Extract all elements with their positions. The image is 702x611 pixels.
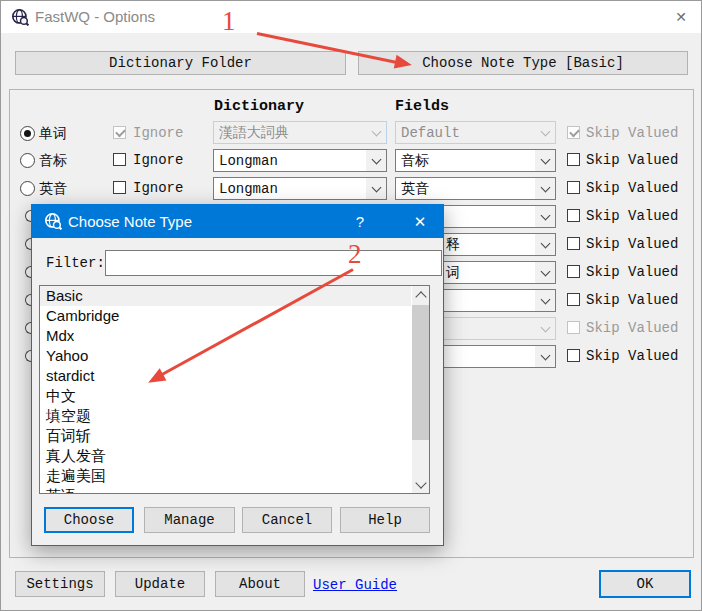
choose-note-type-dialog: Choose Note Type ? ✕ Filter: Basic Cambr…: [31, 204, 444, 546]
ignore-checkbox[interactable]: [113, 181, 126, 194]
combo-value: Longman: [219, 153, 278, 169]
chevron-down-icon: [535, 122, 555, 143]
titlebar: FastWQ - Options ✕: [1, 1, 701, 33]
list-item-clipped[interactable]: 英语: [40, 486, 411, 494]
chevron-down-icon: [535, 234, 555, 255]
skip-valued-checkbox[interactable]: [567, 237, 580, 250]
ignore-label: Ignore: [133, 152, 183, 168]
chevron-down-icon: [535, 206, 555, 227]
settings-button[interactable]: Settings: [15, 571, 105, 597]
skip-valued-label: Skip Valued: [586, 152, 678, 168]
dictionary-combo[interactable]: Longman: [213, 177, 387, 200]
dictionary-column-header: Dictionary: [214, 98, 304, 115]
cancel-button[interactable]: Cancel: [242, 507, 332, 533]
list-item-mdx[interactable]: Mdx: [40, 326, 411, 346]
window-close-button[interactable]: ✕: [661, 1, 701, 33]
list-item-cloze[interactable]: 填空题: [40, 406, 411, 426]
fields-combo[interactable]: Default: [395, 121, 556, 144]
radio-word[interactable]: [20, 126, 35, 141]
dictionary-combo[interactable]: Longman: [213, 149, 387, 172]
chevron-down-icon: [535, 346, 555, 367]
dialog-globe-icon: [44, 212, 62, 234]
skip-valued-label: Skip Valued: [586, 320, 678, 336]
combo-value: Default: [401, 125, 460, 141]
dictionary-folder-button[interactable]: Dictionary Folder: [15, 51, 346, 75]
skip-valued-checkbox[interactable]: [567, 321, 580, 334]
chevron-down-icon: [366, 122, 386, 143]
chevron-down-icon: [535, 318, 555, 339]
app-globe-icon: [11, 8, 29, 30]
fields-combo[interactable]: 音标: [395, 149, 556, 172]
radio-phonetic[interactable]: [20, 153, 35, 168]
skip-valued-checkbox[interactable]: [567, 293, 580, 306]
about-button[interactable]: About: [215, 571, 305, 597]
chevron-down-icon: [535, 290, 555, 311]
row-label: 英音: [39, 180, 67, 198]
help-button[interactable]: Help: [340, 507, 430, 533]
combo-value: Longman: [219, 181, 278, 197]
filter-label: Filter:: [46, 255, 105, 271]
window-title: FastWQ - Options: [35, 8, 155, 25]
skip-valued-label: Skip Valued: [586, 180, 678, 196]
list-item-family-album[interactable]: 走遍美国: [40, 466, 411, 486]
list-scrollbar[interactable]: [412, 286, 429, 493]
skip-valued-checkbox[interactable]: [567, 265, 580, 278]
list-item-stardict[interactable]: stardict: [40, 366, 411, 386]
skip-valued-label: Skip Valued: [586, 264, 678, 280]
combo-value: 音标: [401, 152, 429, 170]
dialog-titlebar: Choose Note Type ? ✕: [32, 205, 443, 238]
skip-valued-checkbox[interactable]: [567, 181, 580, 194]
dialog-close-button[interactable]: ✕: [397, 205, 443, 238]
skip-valued-checkbox[interactable]: [567, 126, 580, 139]
user-guide-link[interactable]: User Guide: [313, 577, 397, 593]
ignore-label: Ignore: [133, 180, 183, 196]
combo-value: 英音: [401, 180, 429, 198]
fields-column-header: Fields: [395, 98, 449, 115]
list-item-cambridge[interactable]: Cambridge: [40, 306, 411, 326]
list-item-basic[interactable]: Basic: [40, 286, 411, 306]
list-item-realvoice[interactable]: 真人发音: [40, 446, 411, 466]
row-label: 单词: [39, 125, 67, 143]
filter-input[interactable]: [105, 250, 442, 276]
skip-valued-checkbox[interactable]: [567, 209, 580, 222]
ok-button[interactable]: OK: [599, 570, 691, 598]
choose-note-type-button[interactable]: Choose Note Type [Basic]: [358, 51, 688, 75]
combo-value: 释: [446, 236, 460, 254]
dictionary-combo[interactable]: 漢語大詞典: [213, 121, 387, 144]
options-window: FastWQ - Options ✕ Dictionary Folder Cho…: [0, 0, 702, 611]
skip-valued-checkbox[interactable]: [567, 153, 580, 166]
chevron-down-icon: [535, 178, 555, 199]
note-type-listbox[interactable]: Basic Cambridge Mdx Yahoo stardict 中文 填空…: [39, 285, 430, 494]
ignore-checkbox[interactable]: [113, 126, 126, 139]
skip-valued-label: Skip Valued: [586, 125, 678, 141]
scroll-down-icon[interactable]: [412, 476, 429, 493]
skip-valued-checkbox[interactable]: [567, 349, 580, 362]
list-item-chinese[interactable]: 中文: [40, 386, 411, 406]
radio-uk-audio[interactable]: [20, 181, 35, 196]
update-button[interactable]: Update: [115, 571, 205, 597]
ignore-label: Ignore: [133, 125, 183, 141]
skip-valued-label: Skip Valued: [586, 292, 678, 308]
scroll-up-icon[interactable]: [412, 286, 429, 303]
skip-valued-label: Skip Valued: [586, 348, 678, 364]
list-item-baicizhan[interactable]: 百词斩: [40, 426, 411, 446]
list-item-yahoo[interactable]: Yahoo: [40, 346, 411, 366]
manage-button[interactable]: Manage: [144, 507, 235, 533]
chevron-down-icon: [366, 178, 386, 199]
dialog-help-button[interactable]: ?: [342, 205, 378, 238]
row-label: 音标: [39, 152, 67, 170]
ignore-checkbox[interactable]: [113, 153, 126, 166]
choose-button[interactable]: Choose: [44, 507, 134, 533]
combo-value: 漢語大詞典: [219, 124, 289, 142]
skip-valued-label: Skip Valued: [586, 208, 678, 224]
skip-valued-label: Skip Valued: [586, 236, 678, 252]
scrollbar-thumb[interactable]: [412, 305, 429, 440]
combo-value: 词: [446, 264, 460, 282]
fields-combo[interactable]: 英音: [395, 177, 556, 200]
dialog-title: Choose Note Type: [68, 213, 192, 230]
chevron-down-icon: [535, 262, 555, 283]
chevron-down-icon: [366, 150, 386, 171]
chevron-down-icon: [535, 150, 555, 171]
